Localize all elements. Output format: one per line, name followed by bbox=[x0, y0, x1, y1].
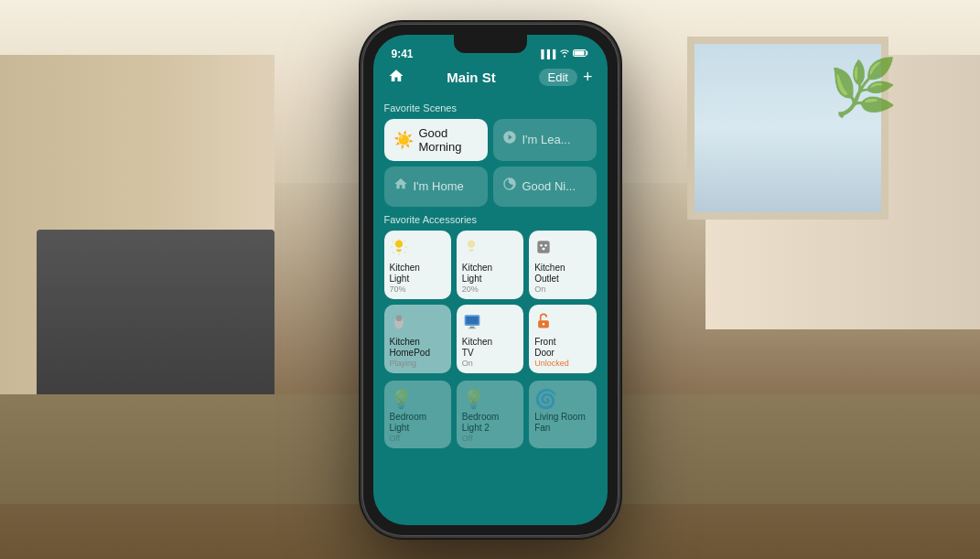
night-icon bbox=[502, 177, 517, 196]
homepod-icon bbox=[390, 312, 408, 335]
homepod-status: Playing bbox=[390, 359, 430, 368]
leaving-label: I'm Lea... bbox=[522, 133, 571, 146]
svg-point-9 bbox=[395, 315, 402, 321]
light-1-name: KitchenLight bbox=[390, 263, 420, 285]
svg-point-5 bbox=[540, 244, 543, 247]
kitchen-outlet-card[interactable]: KitchenOutlet On bbox=[529, 231, 596, 299]
kitchen-light-2-card[interactable]: KitchenLight 20% bbox=[457, 231, 523, 299]
home-nav-icon[interactable] bbox=[388, 68, 404, 88]
living-room-fan-card[interactable]: 🌀 Living Room Fan bbox=[529, 381, 596, 448]
svg-rect-13 bbox=[468, 328, 476, 328]
bedroom-light-2-icon: 💡 bbox=[462, 388, 485, 410]
good-morning-icon: ☀️ bbox=[393, 130, 414, 150]
scene-im-leaving[interactable]: I'm Lea... bbox=[493, 119, 597, 161]
phone-screen: 9:41 ▐▐▐ bbox=[373, 35, 608, 525]
scene-im-home[interactable]: I'm Home bbox=[384, 167, 488, 207]
scene-good-morning[interactable]: ☀️ Good Morning bbox=[384, 119, 488, 161]
svg-point-2 bbox=[394, 240, 402, 247]
fan-name: Living Room Fan bbox=[534, 412, 590, 434]
tv-status: On bbox=[462, 359, 492, 368]
status-time: 9:41 bbox=[392, 48, 414, 60]
scenes-grid: ☀️ Good Morning I'm Lea... bbox=[384, 119, 597, 207]
tv-name: KitchenTV bbox=[462, 337, 492, 359]
kitchen-tv-card[interactable]: KitchenTV On bbox=[457, 305, 523, 373]
kitchen-homepod-card[interactable]: KitchenHomePod Playing bbox=[384, 305, 451, 373]
bedroom-light-2-name: Bedroom Light 2 bbox=[462, 412, 518, 434]
wifi-icon bbox=[559, 48, 570, 59]
content-area: Favorite Scenes ☀️ Good Morning I'm Lea.… bbox=[373, 95, 608, 512]
svg-point-3 bbox=[468, 240, 475, 247]
bedroom-light-1-card[interactable]: 💡 Bedroom Light Off bbox=[384, 381, 451, 448]
svg-point-6 bbox=[544, 244, 547, 247]
svg-rect-7 bbox=[543, 247, 545, 250]
light-2-status: 20% bbox=[462, 285, 492, 294]
edit-button[interactable]: Edit bbox=[539, 69, 577, 86]
phone-mockup: 9:41 ▐▐▐ bbox=[362, 24, 619, 536]
door-status: Unlocked bbox=[534, 359, 569, 368]
scenes-section-title: Favorite Scenes bbox=[384, 102, 597, 113]
nav-title: Main St bbox=[447, 70, 495, 85]
good-morning-label: Good Morning bbox=[419, 126, 479, 154]
outlet-name: KitchenOutlet bbox=[534, 263, 565, 285]
phone-frame: 9:41 ▐▐▐ bbox=[362, 24, 619, 536]
scene-good-night[interactable]: Good Ni... bbox=[493, 167, 597, 207]
light-1-status: 70% bbox=[390, 285, 420, 294]
kitchen-light-1-card[interactable]: KitchenLight 70% bbox=[384, 231, 451, 299]
status-icons: ▐▐▐ bbox=[538, 48, 588, 59]
bg-plant: 🌿 bbox=[829, 55, 898, 120]
home-label: I'm Home bbox=[414, 179, 464, 193]
svg-rect-1 bbox=[574, 50, 584, 55]
bedroom-light-2-card[interactable]: 💡 Bedroom Light 2 Off bbox=[457, 381, 523, 448]
bottom-accessories: 💡 Bedroom Light Off 💡 Bedroom Light 2 Of… bbox=[384, 381, 597, 448]
homepod-name: KitchenHomePod bbox=[390, 337, 430, 359]
signal-icon: ▐▐▐ bbox=[538, 49, 555, 59]
add-button[interactable]: + bbox=[583, 68, 593, 87]
accessories-section-title: Favorite Accessories bbox=[384, 214, 597, 225]
light-1-icon bbox=[390, 238, 408, 261]
fan-icon: 🌀 bbox=[534, 388, 557, 410]
svg-rect-12 bbox=[469, 326, 474, 328]
light-2-name: KitchenLight bbox=[462, 263, 492, 285]
bedroom-light-1-name: Bedroom Light bbox=[390, 412, 446, 434]
home-scene-icon bbox=[393, 177, 408, 196]
light-2-icon bbox=[462, 238, 480, 261]
tv-icon bbox=[462, 312, 482, 335]
svg-rect-4 bbox=[537, 241, 549, 253]
outlet-status: On bbox=[534, 285, 565, 294]
bedroom-light-1-status: Off bbox=[390, 434, 401, 443]
door-name: FrontDoor bbox=[534, 337, 569, 359]
nav-bar: Main St Edit + bbox=[373, 64, 608, 95]
bedroom-light-2-status: Off bbox=[462, 434, 473, 443]
svg-point-15 bbox=[543, 323, 545, 326]
night-label: Good Ni... bbox=[522, 179, 576, 193]
leaving-icon bbox=[502, 130, 517, 149]
svg-rect-11 bbox=[466, 317, 478, 324]
front-door-card[interactable]: FrontDoor Unlocked bbox=[529, 305, 596, 373]
battery-icon bbox=[573, 48, 589, 59]
bedroom-light-1-icon: 💡 bbox=[390, 388, 413, 410]
phone-notch bbox=[454, 35, 527, 53]
outlet-icon bbox=[534, 238, 553, 261]
lock-icon bbox=[534, 312, 553, 335]
accessories-grid: KitchenLight 70% Kitch bbox=[384, 231, 597, 373]
